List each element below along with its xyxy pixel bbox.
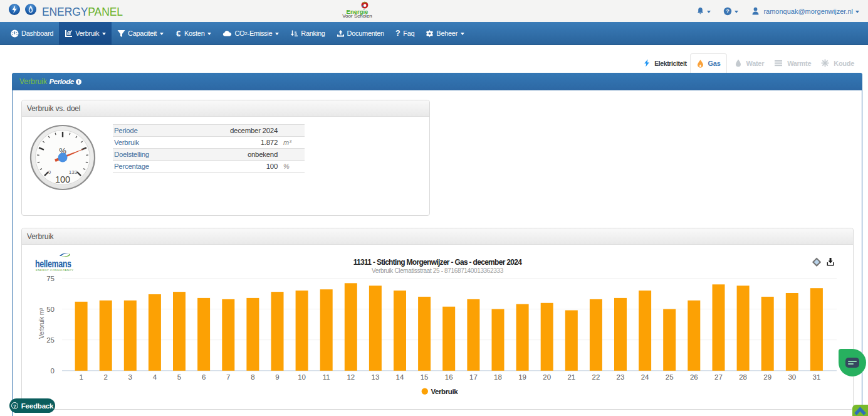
svg-text:11311 - Stichting Morgenwijzer: 11311 - Stichting Morgenwijzer - Gas - d… — [353, 258, 522, 267]
svg-text:hellemans: hellemans — [35, 259, 71, 270]
svg-text:8: 8 — [251, 373, 254, 381]
svg-text:11: 11 — [323, 373, 330, 381]
svg-text:24: 24 — [641, 373, 649, 381]
svg-text:14: 14 — [396, 373, 404, 381]
svg-text:12: 12 — [347, 373, 355, 381]
svg-text:23: 23 — [617, 373, 625, 381]
svg-text:5: 5 — [177, 373, 181, 381]
svg-text:28: 28 — [739, 373, 747, 381]
svg-text:50: 50 — [46, 306, 55, 313]
svg-text:Verbruik Clematisstraat 25 - 8: Verbruik Clematisstraat 25 - 87168714001… — [372, 267, 504, 274]
svg-text:3: 3 — [128, 373, 132, 381]
svg-text:?: ? — [726, 8, 730, 14]
svg-text:6: 6 — [202, 373, 206, 381]
svg-text:7: 7 — [226, 373, 230, 381]
svg-text:75: 75 — [46, 275, 55, 282]
svg-text:2: 2 — [103, 373, 107, 381]
svg-text:100: 100 — [55, 174, 70, 184]
svg-text:22: 22 — [592, 373, 600, 381]
svg-text:30: 30 — [788, 373, 796, 381]
svg-text:4: 4 — [153, 373, 157, 381]
svg-text:19: 19 — [518, 373, 526, 381]
svg-text:0: 0 — [48, 169, 51, 175]
svg-text:21: 21 — [567, 373, 575, 381]
svg-text:25: 25 — [46, 336, 55, 344]
svg-text:9: 9 — [275, 373, 279, 381]
svg-text:18: 18 — [494, 373, 502, 381]
svg-text:0: 0 — [51, 367, 55, 375]
svg-text:1: 1 — [79, 373, 83, 381]
svg-text:26: 26 — [690, 373, 698, 381]
svg-text:Verbruik: Verbruik — [431, 388, 458, 395]
svg-text:31: 31 — [813, 373, 821, 381]
svg-text:13: 13 — [372, 373, 380, 381]
svg-text:€: € — [176, 29, 180, 38]
svg-text:Verbruik m³: Verbruik m³ — [38, 307, 45, 339]
svg-text:27: 27 — [714, 373, 723, 381]
svg-text:29: 29 — [763, 373, 771, 381]
svg-text:17: 17 — [469, 373, 478, 381]
svg-text:10: 10 — [298, 373, 306, 381]
svg-text:ENERGY CONSULTANCY: ENERGY CONSULTANCY — [36, 269, 73, 272]
svg-text:20: 20 — [543, 373, 551, 381]
svg-text:15: 15 — [421, 373, 429, 381]
svg-text:25: 25 — [666, 373, 674, 381]
svg-text:16: 16 — [445, 373, 453, 381]
